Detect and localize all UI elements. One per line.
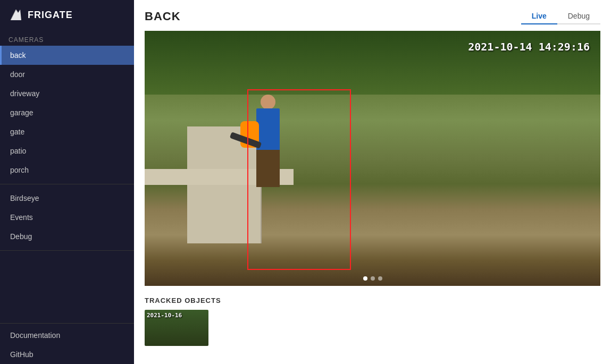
app-logo[interactable]: FRIGATE <box>0 0 134 30</box>
sidebar-item-documentation[interactable]: Documentation <box>0 326 134 345</box>
sidebar-item-events[interactable]: Events <box>0 208 134 227</box>
sidebar-item-driveway[interactable]: driveway <box>0 84 134 103</box>
sidebar-item-birdseye[interactable]: Birdseye <box>0 189 134 208</box>
sidebar-divider-2 <box>0 250 134 251</box>
sidebar-item-back[interactable]: back <box>0 46 134 65</box>
carousel-dots <box>363 276 382 281</box>
camera-feed: 2021-10-14 14:29:16 <box>145 31 600 286</box>
tracked-objects-section: TRACKED OBJECTS 2021-10-16 <box>145 294 600 346</box>
sidebar-bottom: Documentation GitHub <box>0 323 134 364</box>
tab-live[interactable]: Live <box>521 9 557 24</box>
sidebar-divider-1 <box>0 184 134 184</box>
sidebar-item-github[interactable]: GitHub <box>0 345 134 364</box>
sidebar-item-debug[interactable]: Debug <box>0 227 134 246</box>
frigate-icon <box>9 7 23 22</box>
page-header: BACK Live Debug <box>145 9 600 24</box>
tab-bar: Live Debug <box>521 9 600 24</box>
sidebar-item-door[interactable]: door <box>0 65 134 84</box>
tracked-thumbnail[interactable]: 2021-10-16 <box>145 310 208 346</box>
tab-debug[interactable]: Debug <box>557 9 600 24</box>
sidebar: FRIGATE Cameras back door driveway garag… <box>0 0 134 364</box>
app-name: FRIGATE <box>28 10 73 21</box>
camera-view: 2021-10-14 14:29:16 <box>145 31 600 286</box>
camera-timestamp: 2021-10-14 14:29:16 <box>468 40 590 53</box>
sidebar-item-gate[interactable]: gate <box>0 122 134 141</box>
dot-3[interactable] <box>378 276 382 281</box>
dot-2[interactable] <box>371 276 375 281</box>
sidebar-item-porch[interactable]: porch <box>0 160 134 180</box>
page-title: BACK <box>145 10 181 23</box>
dot-1[interactable] <box>363 276 367 281</box>
sidebar-item-garage[interactable]: garage <box>0 103 134 122</box>
main-content: BACK Live Debug 2021-10- <box>134 0 611 364</box>
cameras-section-label: Cameras <box>0 30 134 46</box>
tracked-objects-title: TRACKED OBJECTS <box>145 297 600 304</box>
sidebar-item-patio[interactable]: patio <box>0 141 134 160</box>
thumbnail-date: 2021-10-16 <box>147 312 182 319</box>
detection-box <box>247 89 351 270</box>
